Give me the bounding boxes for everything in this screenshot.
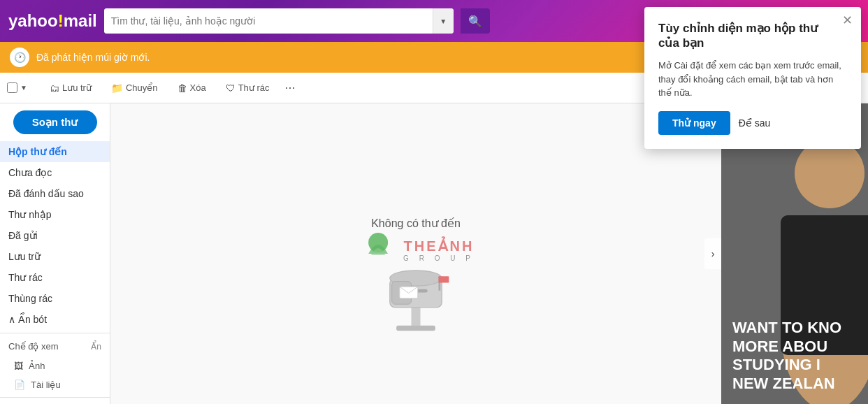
right-ad-panel: WANT TO KNOMORE ABOUSTUDYING INEW ZEALAN <box>721 103 868 404</box>
tai-lieu-label: Tài liệu <box>31 380 61 390</box>
sidebar-item-label: Chưa đọc <box>8 167 52 178</box>
empty-inbox-text: Không có thư đến <box>371 217 461 230</box>
search-input[interactable] <box>104 8 433 34</box>
svg-rect-2 <box>396 325 435 330</box>
anh-label: Ảnh <box>29 361 45 371</box>
sidebar-item-chua-doc[interactable]: Chưa đọc <box>0 162 110 183</box>
sidebar-item-da-gui[interactable]: Đã gửi <box>0 225 110 246</box>
checkbox-area: ▼ <box>7 82 27 93</box>
sidebar-item-hop-thu-den[interactable]: Hộp thư đến <box>0 141 110 162</box>
archive-label: Lưu trữ <box>62 82 92 93</box>
sidebar-item-luu-tru[interactable]: Lưu trữ <box>0 246 110 267</box>
sidebar-item-an-bot[interactable]: ∧ Ẩn bót <box>0 309 110 330</box>
popup-title: Tùy chỉnh diện mạo hộp thư của bạn <box>658 21 847 50</box>
popup-body: Mở Cài đặt để xem các bạn xem trước emai… <box>658 59 847 100</box>
sidebar-item-thu-nhap[interactable]: Thư nhập <box>0 204 110 225</box>
spam-label: Thư rác <box>238 82 270 93</box>
section-title-label: Chế độ xem <box>8 341 59 352</box>
an-label: Ẩn <box>91 342 101 352</box>
sidebar-item-thu-rac[interactable]: Thư rác <box>0 267 110 288</box>
chevron-down-icon[interactable]: ▼ <box>20 84 27 92</box>
more-options-button[interactable]: ··· <box>284 80 295 95</box>
delete-button[interactable]: 🗑 Xóa <box>173 80 210 96</box>
move-button[interactable]: 📁 Chuyển <box>107 80 162 96</box>
divider2 <box>0 397 110 398</box>
archive-button[interactable]: 🗂 Lưu trữ <box>45 80 96 96</box>
popup-actions: Thử ngay Để sau <box>658 111 847 135</box>
search-button[interactable]: 🔍 <box>461 8 490 34</box>
customize-popup: ✕ Tùy chỉnh diện mạo hộp thư của bạn Mở … <box>644 7 861 149</box>
email-area: THEẢNH G R O U P Không có thư đến <box>110 103 721 404</box>
svg-rect-8 <box>439 276 449 282</box>
ad-headline: WANT TO KNOMORE ABOUSTUDYING INEW ZEALAN <box>732 319 857 393</box>
sidebar-section-thu-muc[interactable]: Thư mục Ẩn <box>0 401 110 404</box>
divider <box>0 333 110 333</box>
svg-point-11 <box>795 138 865 208</box>
search-dropdown-button[interactable]: ▼ <box>433 8 454 34</box>
notification-icon: 🕐 <box>10 48 29 67</box>
theanhgroup-logo: THEẢNH G R O U P <box>357 229 475 270</box>
close-icon: ✕ <box>842 13 853 27</box>
sidebar: Soạn thư Hộp thư đến Chưa đọc Đã đánh dấ… <box>0 103 110 404</box>
sidebar-section-che-do-xem[interactable]: Chế độ xem Ẩn <box>0 336 110 356</box>
sidebar-item-tai-lieu[interactable]: 📄 Tài liệu <box>0 375 110 394</box>
image-icon: 🖼 <box>14 361 23 371</box>
sidebar-item-anh[interactable]: 🖼 Ảnh <box>0 356 110 375</box>
popup-later-button[interactable]: Để sau <box>739 117 771 129</box>
notification-text: Đã phát hiện múi giờ mới. <box>36 52 728 63</box>
sidebar-item-label: Thư rác <box>8 272 43 283</box>
popup-try-button[interactable]: Thử ngay <box>658 111 730 135</box>
an-bot-label: ∧ Ẩn bót <box>8 314 47 325</box>
sidebar-item-da-danh-dau-sao[interactable]: Đã đánh dấu sao <box>0 183 110 204</box>
search-bar: ▼ <box>104 8 454 34</box>
main-content: Soạn thư Hộp thư đến Chưa đọc Đã đánh dấ… <box>0 103 868 404</box>
shield-icon: 🛡 <box>226 82 236 94</box>
sidebar-item-label: Hộp thư đến <box>8 146 67 157</box>
sidebar-item-thung-rac[interactable]: Thùng rác <box>0 288 110 309</box>
yahoo-logo: yahoo!mail <box>8 11 97 31</box>
select-all-checkbox[interactable] <box>7 82 17 93</box>
move-label: Chuyển <box>126 82 158 93</box>
delete-label: Xóa <box>190 82 206 93</box>
spam-button[interactable]: 🛡 Thư rác <box>222 80 274 96</box>
sidebar-item-label: Đã đánh dấu sao <box>8 188 84 199</box>
move-icon: 📁 <box>111 82 123 94</box>
sidebar-item-label: Thư nhập <box>8 209 52 220</box>
sidebar-item-label: Thùng rác <box>8 293 52 304</box>
ad-text-overlay: WANT TO KNOMORE ABOUSTUDYING INEW ZEALAN <box>721 308 868 404</box>
next-arrow-button[interactable]: › <box>704 238 721 269</box>
more-icon: ··· <box>284 80 295 94</box>
document-icon: 📄 <box>14 380 25 390</box>
compose-button[interactable]: Soạn thư <box>13 110 97 134</box>
archive-icon: 🗂 <box>50 82 59 94</box>
search-icon: 🔍 <box>468 15 482 28</box>
delete-icon: 🗑 <box>178 82 187 94</box>
sidebar-item-label: Lưu trữ <box>8 251 41 262</box>
popup-close-button[interactable]: ✕ <box>842 14 853 27</box>
sidebar-item-label: Đã gửi <box>8 230 38 241</box>
